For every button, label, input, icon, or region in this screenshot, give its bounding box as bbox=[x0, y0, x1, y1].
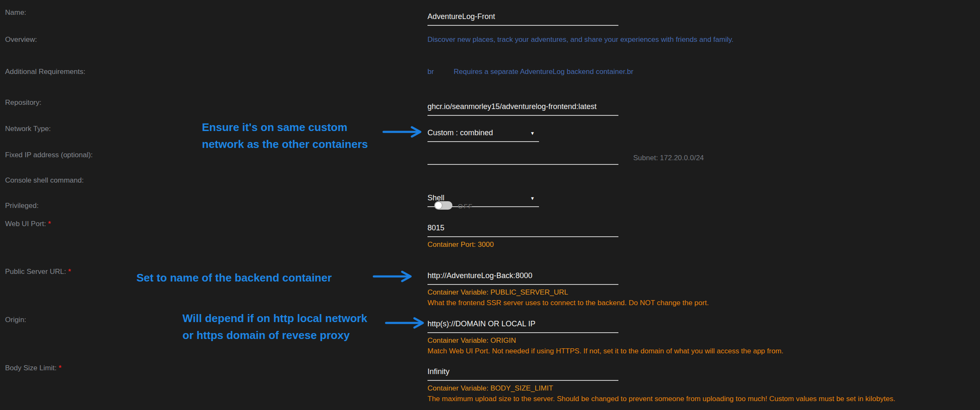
network-type-selected-value: Custom : combined bbox=[427, 128, 539, 137]
fixed-ip-label: Fixed IP address (optional): bbox=[5, 151, 93, 159]
subnet-note: Subnet: 172.20.0.0/24 bbox=[633, 154, 704, 162]
additional-requirements-value: Requires a separate AdventureLog backend… bbox=[454, 68, 633, 76]
privileged-toggle[interactable] bbox=[434, 201, 452, 210]
overview-label: Overview: bbox=[5, 36, 37, 44]
privileged-label: Privileged: bbox=[5, 202, 38, 210]
required-asterisk: * bbox=[59, 364, 61, 372]
field-description: Match Web UI Port. Not needed if using H… bbox=[427, 346, 618, 356]
container-variable-hint: Container Variable: ORIGIN bbox=[427, 335, 618, 346]
container-variable-hint: Container Variable: PUBLIC_SERVER_URL bbox=[427, 287, 618, 298]
select-underline bbox=[427, 141, 539, 142]
name-label: Name: bbox=[5, 8, 26, 17]
name-input[interactable]: AdventureLog-Front bbox=[427, 12, 618, 26]
privileged-state-label: OFF bbox=[458, 202, 473, 210]
required-asterisk: * bbox=[68, 268, 71, 275]
caret-down-icon: ▼ bbox=[530, 131, 535, 136]
input-underline bbox=[427, 380, 618, 381]
input-underline bbox=[427, 236, 618, 237]
input-underline bbox=[427, 164, 618, 165]
origin-input[interactable]: http(s)://DOMAIN OR LOCAL IP Container V… bbox=[427, 320, 618, 356]
network-type-select[interactable]: Custom : combined ▼ bbox=[427, 128, 539, 142]
public-server-url-label: Public Server URL:* bbox=[5, 268, 71, 276]
web-ui-port-input[interactable]: 8015 Container Port: 3000 bbox=[427, 224, 618, 250]
required-asterisk: * bbox=[48, 220, 51, 227]
arrow-right-icon bbox=[385, 317, 430, 329]
public-server-url-input-value: http://AdventureLog-Back:8000 bbox=[427, 271, 618, 280]
toggle-knob bbox=[435, 202, 442, 209]
container-variable-hint: Container Variable: BODY_SIZE_LIMIT bbox=[427, 383, 618, 394]
input-underline bbox=[427, 115, 618, 116]
web-ui-port-label: Web UI Port:* bbox=[5, 220, 51, 228]
body-size-limit-input[interactable]: Infinity Container Variable: BODY_SIZE_L… bbox=[427, 367, 618, 404]
body-size-limit-label: Body Size Limit:* bbox=[5, 364, 61, 372]
repository-label: Repository: bbox=[5, 98, 41, 107]
repository-input[interactable]: ghcr.io/seanmorley15/adventurelog-fronte… bbox=[427, 102, 618, 116]
input-underline bbox=[427, 25, 618, 26]
fixed-ip-input[interactable] bbox=[427, 151, 618, 165]
repository-input-value: ghcr.io/seanmorley15/adventurelog-fronte… bbox=[427, 102, 618, 111]
container-port-hint: Container Port: 3000 bbox=[427, 239, 618, 250]
input-underline bbox=[427, 284, 618, 285]
field-description: What the frontend SSR server uses to con… bbox=[427, 298, 618, 308]
field-description: The maximum upload size to the server. S… bbox=[427, 394, 618, 404]
additional-requirements-label: Additional Requirements: bbox=[5, 68, 85, 76]
annotation-origin: Will depend if on http local network or … bbox=[182, 310, 367, 344]
caret-down-icon: ▼ bbox=[530, 196, 535, 201]
console-shell-label: Console shell command: bbox=[5, 176, 84, 185]
console-shell-selected-value: Shell bbox=[427, 194, 539, 202]
name-input-value: AdventureLog-Front bbox=[427, 12, 618, 21]
body-size-limit-input-value: Infinity bbox=[427, 367, 618, 376]
arrow-right-icon bbox=[373, 270, 417, 283]
network-type-label: Network Type: bbox=[5, 125, 51, 133]
origin-input-value: http(s)://DOMAIN OR LOCAL IP bbox=[427, 320, 618, 328]
web-ui-port-input-value: 8015 bbox=[427, 224, 618, 232]
fixed-ip-input-value bbox=[427, 151, 618, 160]
origin-label: Origin: bbox=[5, 316, 26, 324]
public-server-url-input[interactable]: http://AdventureLog-Back:8000 Container … bbox=[427, 271, 618, 308]
annotation-network-type: Ensure it's on same custom network as th… bbox=[202, 119, 368, 153]
overview-text: Discover new places, track your adventur… bbox=[427, 36, 733, 44]
br-tag-text: br bbox=[427, 68, 434, 76]
docker-container-settings-form: Name: Overview: Additional Requirements:… bbox=[0, 0, 980, 410]
arrow-right-icon bbox=[382, 126, 427, 138]
input-underline bbox=[427, 332, 618, 333]
additional-requirements-text: br Requires a separate AdventureLog back… bbox=[427, 68, 434, 76]
annotation-public-server-url: Set to name of the backend container bbox=[136, 269, 332, 286]
